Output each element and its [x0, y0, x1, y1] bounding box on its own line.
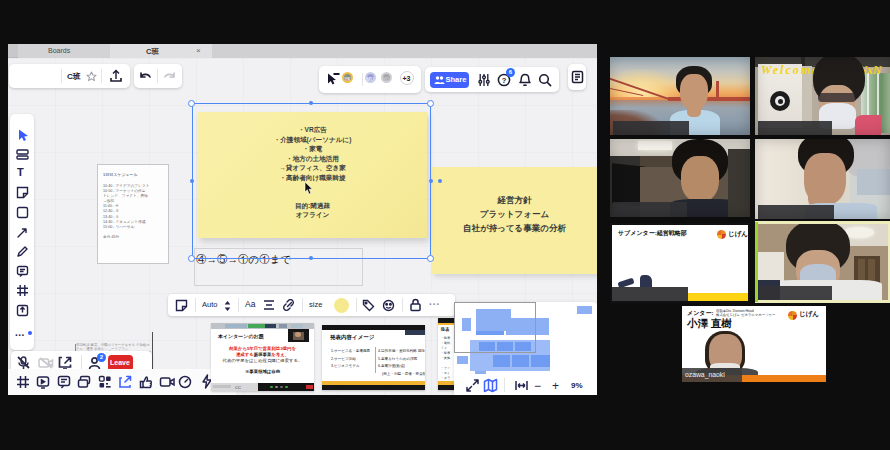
svg-text:?: ? [502, 76, 507, 85]
